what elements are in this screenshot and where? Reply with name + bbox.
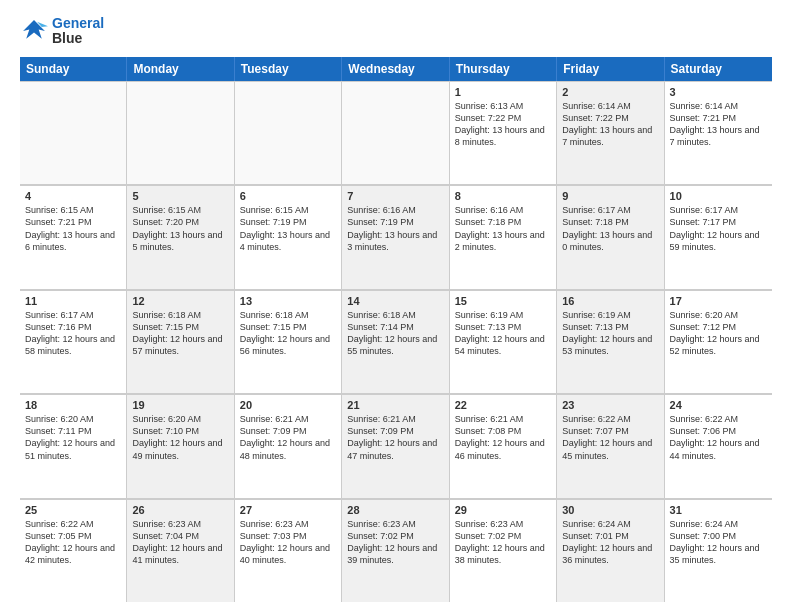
logo: GeneralBlue [20,16,104,47]
cell-info: Sunrise: 6:21 AM Sunset: 7:09 PM Dayligh… [347,413,443,462]
day-number: 7 [347,190,443,202]
cell-info: Sunrise: 6:22 AM Sunset: 7:05 PM Dayligh… [25,518,121,567]
day-number: 26 [132,504,228,516]
table-row: 6Sunrise: 6:15 AM Sunset: 7:19 PM Daylig… [235,185,342,288]
table-row [127,81,234,184]
cell-info: Sunrise: 6:20 AM Sunset: 7:10 PM Dayligh… [132,413,228,462]
cell-info: Sunrise: 6:21 AM Sunset: 7:09 PM Dayligh… [240,413,336,462]
cell-info: Sunrise: 6:22 AM Sunset: 7:07 PM Dayligh… [562,413,658,462]
header: GeneralBlue [20,16,772,47]
day-number: 14 [347,295,443,307]
day-number: 20 [240,399,336,411]
day-number: 3 [670,86,767,98]
day-number: 5 [132,190,228,202]
day-header-saturday: Saturday [665,57,772,81]
table-row [342,81,449,184]
day-header-wednesday: Wednesday [342,57,449,81]
day-number: 6 [240,190,336,202]
cell-info: Sunrise: 6:17 AM Sunset: 7:18 PM Dayligh… [562,204,658,253]
table-row: 25Sunrise: 6:22 AM Sunset: 7:05 PM Dayli… [20,499,127,602]
cell-info: Sunrise: 6:13 AM Sunset: 7:22 PM Dayligh… [455,100,551,149]
day-header-monday: Monday [127,57,234,81]
day-number: 4 [25,190,121,202]
day-number: 11 [25,295,121,307]
table-row: 18Sunrise: 6:20 AM Sunset: 7:11 PM Dayli… [20,394,127,497]
cell-info: Sunrise: 6:15 AM Sunset: 7:21 PM Dayligh… [25,204,121,253]
cell-info: Sunrise: 6:23 AM Sunset: 7:03 PM Dayligh… [240,518,336,567]
day-number: 24 [670,399,767,411]
cell-info: Sunrise: 6:24 AM Sunset: 7:01 PM Dayligh… [562,518,658,567]
cell-info: Sunrise: 6:17 AM Sunset: 7:16 PM Dayligh… [25,309,121,358]
table-row: 4Sunrise: 6:15 AM Sunset: 7:21 PM Daylig… [20,185,127,288]
cell-info: Sunrise: 6:21 AM Sunset: 7:08 PM Dayligh… [455,413,551,462]
cell-info: Sunrise: 6:14 AM Sunset: 7:21 PM Dayligh… [670,100,767,149]
day-number: 16 [562,295,658,307]
table-row: 10Sunrise: 6:17 AM Sunset: 7:17 PM Dayli… [665,185,772,288]
day-number: 12 [132,295,228,307]
cell-info: Sunrise: 6:19 AM Sunset: 7:13 PM Dayligh… [455,309,551,358]
svg-marker-0 [23,21,45,40]
table-row: 26Sunrise: 6:23 AM Sunset: 7:04 PM Dayli… [127,499,234,602]
table-row: 16Sunrise: 6:19 AM Sunset: 7:13 PM Dayli… [557,290,664,393]
table-row: 7Sunrise: 6:16 AM Sunset: 7:19 PM Daylig… [342,185,449,288]
cell-info: Sunrise: 6:14 AM Sunset: 7:22 PM Dayligh… [562,100,658,149]
day-number: 9 [562,190,658,202]
cell-info: Sunrise: 6:17 AM Sunset: 7:17 PM Dayligh… [670,204,767,253]
day-number: 10 [670,190,767,202]
cell-info: Sunrise: 6:20 AM Sunset: 7:11 PM Dayligh… [25,413,121,462]
table-row: 30Sunrise: 6:24 AM Sunset: 7:01 PM Dayli… [557,499,664,602]
day-number: 30 [562,504,658,516]
table-row: 3Sunrise: 6:14 AM Sunset: 7:21 PM Daylig… [665,81,772,184]
day-number: 15 [455,295,551,307]
table-row: 15Sunrise: 6:19 AM Sunset: 7:13 PM Dayli… [450,290,557,393]
calendar-week-2: 4Sunrise: 6:15 AM Sunset: 7:21 PM Daylig… [20,185,772,289]
cell-info: Sunrise: 6:20 AM Sunset: 7:12 PM Dayligh… [670,309,767,358]
cell-info: Sunrise: 6:23 AM Sunset: 7:02 PM Dayligh… [347,518,443,567]
day-header-tuesday: Tuesday [235,57,342,81]
day-number: 19 [132,399,228,411]
logo-text: GeneralBlue [52,16,104,47]
day-number: 25 [25,504,121,516]
table-row: 17Sunrise: 6:20 AM Sunset: 7:12 PM Dayli… [665,290,772,393]
table-row: 31Sunrise: 6:24 AM Sunset: 7:00 PM Dayli… [665,499,772,602]
table-row: 11Sunrise: 6:17 AM Sunset: 7:16 PM Dayli… [20,290,127,393]
calendar-week-5: 25Sunrise: 6:22 AM Sunset: 7:05 PM Dayli… [20,499,772,602]
cell-info: Sunrise: 6:18 AM Sunset: 7:15 PM Dayligh… [240,309,336,358]
cell-info: Sunrise: 6:22 AM Sunset: 7:06 PM Dayligh… [670,413,767,462]
cell-info: Sunrise: 6:24 AM Sunset: 7:00 PM Dayligh… [670,518,767,567]
calendar-week-3: 11Sunrise: 6:17 AM Sunset: 7:16 PM Dayli… [20,290,772,394]
table-row: 9Sunrise: 6:17 AM Sunset: 7:18 PM Daylig… [557,185,664,288]
logo-icon [20,17,48,45]
cell-info: Sunrise: 6:16 AM Sunset: 7:19 PM Dayligh… [347,204,443,253]
day-number: 27 [240,504,336,516]
page: GeneralBlue SundayMondayTuesdayWednesday… [0,0,792,612]
cell-info: Sunrise: 6:16 AM Sunset: 7:18 PM Dayligh… [455,204,551,253]
day-header-thursday: Thursday [450,57,557,81]
calendar-week-1: 1Sunrise: 6:13 AM Sunset: 7:22 PM Daylig… [20,81,772,185]
table-row: 29Sunrise: 6:23 AM Sunset: 7:02 PM Dayli… [450,499,557,602]
table-row [20,81,127,184]
table-row: 8Sunrise: 6:16 AM Sunset: 7:18 PM Daylig… [450,185,557,288]
day-header-friday: Friday [557,57,664,81]
table-row: 12Sunrise: 6:18 AM Sunset: 7:15 PM Dayli… [127,290,234,393]
day-number: 1 [455,86,551,98]
calendar-body: 1Sunrise: 6:13 AM Sunset: 7:22 PM Daylig… [20,81,772,602]
table-row: 14Sunrise: 6:18 AM Sunset: 7:14 PM Dayli… [342,290,449,393]
table-row: 2Sunrise: 6:14 AM Sunset: 7:22 PM Daylig… [557,81,664,184]
day-header-sunday: Sunday [20,57,127,81]
day-number: 31 [670,504,767,516]
calendar-header: SundayMondayTuesdayWednesdayThursdayFrid… [20,57,772,81]
day-number: 21 [347,399,443,411]
table-row: 27Sunrise: 6:23 AM Sunset: 7:03 PM Dayli… [235,499,342,602]
day-number: 29 [455,504,551,516]
table-row: 23Sunrise: 6:22 AM Sunset: 7:07 PM Dayli… [557,394,664,497]
table-row: 24Sunrise: 6:22 AM Sunset: 7:06 PM Dayli… [665,394,772,497]
cell-info: Sunrise: 6:23 AM Sunset: 7:02 PM Dayligh… [455,518,551,567]
cell-info: Sunrise: 6:15 AM Sunset: 7:19 PM Dayligh… [240,204,336,253]
day-number: 18 [25,399,121,411]
table-row: 5Sunrise: 6:15 AM Sunset: 7:20 PM Daylig… [127,185,234,288]
table-row: 28Sunrise: 6:23 AM Sunset: 7:02 PM Dayli… [342,499,449,602]
calendar: SundayMondayTuesdayWednesdayThursdayFrid… [20,57,772,602]
cell-info: Sunrise: 6:18 AM Sunset: 7:15 PM Dayligh… [132,309,228,358]
table-row: 13Sunrise: 6:18 AM Sunset: 7:15 PM Dayli… [235,290,342,393]
